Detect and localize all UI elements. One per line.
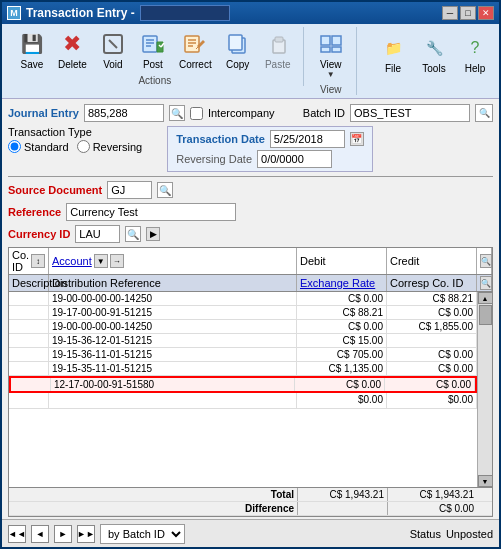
save-button[interactable]: 💾 Save bbox=[13, 27, 51, 73]
source-document-input[interactable] bbox=[107, 181, 152, 199]
ribbon-group-actions: 💾 Save ✖ Delete Void bbox=[7, 27, 304, 86]
save-icon: 💾 bbox=[18, 30, 46, 58]
help-label: Help bbox=[465, 63, 486, 74]
title-input[interactable] bbox=[140, 5, 230, 21]
grid-options-icon[interactable]: 🔍 bbox=[480, 276, 492, 290]
grid-header-row2: Description Distribution Reference Excha… bbox=[9, 275, 492, 292]
close-button[interactable]: ✕ bbox=[478, 6, 494, 20]
coid-header-icons: ↕ bbox=[31, 254, 45, 268]
maximize-button[interactable]: □ bbox=[460, 6, 476, 20]
grid-search-icon[interactable]: 🔍 bbox=[480, 254, 492, 268]
footer-scroll-spacer2 bbox=[477, 502, 492, 515]
scroll-track[interactable] bbox=[478, 304, 493, 475]
scroll-up-button[interactable]: ▲ bbox=[478, 292, 493, 304]
currency-id-input[interactable] bbox=[75, 225, 120, 243]
sort-by-select[interactable]: by Batch ID bbox=[100, 524, 185, 544]
distribution-ref-label: Distribution Reference bbox=[52, 277, 161, 289]
radio-reversing-item: Reversing bbox=[77, 140, 143, 153]
row5-account: 19-15-36-11-01-51215 bbox=[49, 348, 297, 361]
status-section: Status Unposted bbox=[410, 528, 493, 540]
table-row-empty[interactable]: $0.00 $0.00 bbox=[9, 393, 477, 409]
ribbon-action-buttons: 💾 Save ✖ Delete Void bbox=[13, 27, 297, 73]
exchange-rate-label[interactable]: Exchange Rate bbox=[300, 277, 375, 289]
col-scroll-header: 🔍 bbox=[477, 248, 492, 274]
nav-last-button[interactable]: ►► bbox=[77, 525, 95, 543]
row2-debit: C$ 88.21 bbox=[297, 306, 387, 319]
col-header-debit: Debit bbox=[297, 248, 387, 274]
post-icon bbox=[139, 30, 167, 58]
account-header-label[interactable]: Account bbox=[52, 255, 92, 267]
view-arrow-icon: ▼ bbox=[327, 70, 335, 79]
debit-header-label: Debit bbox=[300, 255, 326, 267]
footer-scroll-spacer bbox=[477, 488, 492, 501]
transaction-type-label: Transaction Type bbox=[8, 126, 92, 138]
post-button[interactable]: Post bbox=[134, 27, 172, 73]
row1-credit: C$ 88.21 bbox=[387, 292, 477, 305]
delete-icon: ✖ bbox=[58, 30, 86, 58]
correct-button[interactable]: Correct bbox=[174, 27, 217, 73]
header-scroll-cell: 🔍 bbox=[477, 275, 492, 291]
journal-entry-input[interactable] bbox=[84, 104, 164, 122]
table-row[interactable]: 19-17-00-00-91-51215 C$ 88.21 C$ 0.00 bbox=[9, 306, 477, 320]
table-row[interactable]: 19-15-36-12-01-51215 C$ 15.00 bbox=[9, 334, 477, 348]
row6-credit: C$ 0.00 bbox=[387, 362, 477, 375]
minimize-button[interactable]: ─ bbox=[442, 6, 458, 20]
intercompany-checkbox[interactable] bbox=[190, 107, 203, 120]
nav-next-button[interactable]: ► bbox=[54, 525, 72, 543]
view-group-label: View bbox=[320, 84, 342, 95]
source-document-label: Source Document bbox=[8, 184, 102, 196]
view-button[interactable]: View ▼ bbox=[312, 27, 350, 82]
copy-button[interactable]: Copy bbox=[219, 27, 257, 73]
row1-coid bbox=[9, 292, 49, 305]
table-row-selected[interactable]: 12-17-00-00-91-51580 C$ 0.00 C$ 0.00 bbox=[9, 376, 477, 393]
paste-icon bbox=[264, 30, 292, 58]
table-row[interactable]: 19-00-00-00-00-14250 C$ 0.00 C$ 1,855.00 bbox=[9, 320, 477, 334]
svg-rect-2 bbox=[143, 36, 157, 52]
account-filter-icon[interactable]: ▼ bbox=[94, 254, 108, 268]
source-doc-search-button[interactable]: 🔍 bbox=[157, 182, 173, 198]
nav-first-button[interactable]: ◄◄ bbox=[8, 525, 26, 543]
batch-id-search-button[interactable]: 🔍 bbox=[475, 104, 493, 122]
journal-entry-label: Journal Entry bbox=[8, 107, 79, 119]
radio-standard-label: Standard bbox=[24, 141, 69, 153]
table-row[interactable]: 19-15-36-11-01-51215 C$ 705.00 C$ 0.00 bbox=[9, 348, 477, 362]
table-row[interactable]: 19-15-35-11-01-51215 C$ 1,135.00 C$ 0.00 bbox=[9, 362, 477, 376]
transaction-date-input[interactable] bbox=[270, 130, 345, 148]
svg-rect-18 bbox=[275, 37, 283, 42]
tools-button[interactable]: 🔧 Tools bbox=[415, 31, 453, 77]
reference-input[interactable] bbox=[66, 203, 236, 221]
transaction-type-section: Transaction Type Standard Reversing bbox=[8, 126, 142, 153]
journal-entry-search-button[interactable]: 🔍 bbox=[169, 105, 185, 121]
radio-standard[interactable] bbox=[8, 140, 21, 153]
table-row[interactable]: 19-00-00-00-00-14250 C$ 0.00 C$ 88.21 bbox=[9, 292, 477, 306]
delete-button[interactable]: ✖ Delete bbox=[53, 27, 92, 73]
row5-debit: C$ 705.00 bbox=[297, 348, 387, 361]
app-icon: M bbox=[7, 6, 21, 20]
calendar-button[interactable]: 📅 bbox=[350, 132, 364, 146]
help-icon: ? bbox=[461, 34, 489, 62]
batch-id-input[interactable] bbox=[350, 104, 470, 122]
row4-coid bbox=[9, 334, 49, 347]
paste-button[interactable]: Paste bbox=[259, 27, 297, 73]
file-button[interactable]: 📁 File bbox=[374, 31, 412, 77]
scroll-thumb[interactable] bbox=[479, 305, 492, 325]
reversing-date-input[interactable] bbox=[257, 150, 332, 168]
void-button[interactable]: Void bbox=[94, 27, 132, 73]
file-icon: 📁 bbox=[379, 34, 407, 62]
status-value: Unposted bbox=[446, 528, 493, 540]
row3-account: 19-00-00-00-00-14250 bbox=[49, 320, 297, 333]
account-sort-icon[interactable]: → bbox=[110, 254, 124, 268]
scroll-down-button[interactable]: ▼ bbox=[478, 475, 493, 487]
main-window: M Transaction Entry - ─ □ ✕ 💾 Save ✖ bbox=[0, 0, 501, 549]
radio-reversing[interactable] bbox=[77, 140, 90, 153]
correct-icon bbox=[181, 30, 209, 58]
help-button[interactable]: ? Help bbox=[456, 31, 494, 77]
vertical-scrollbar[interactable]: ▲ ▼ bbox=[477, 292, 492, 487]
source-doc-row: Source Document 🔍 bbox=[2, 179, 499, 201]
currency-id-arrow-button[interactable]: ▶ bbox=[146, 227, 160, 241]
coid-sort-icon[interactable]: ↕ bbox=[31, 254, 45, 268]
nav-prev-button[interactable]: ◄ bbox=[31, 525, 49, 543]
radio-standard-item: Standard bbox=[8, 140, 69, 153]
currency-id-search-button[interactable]: 🔍 bbox=[125, 226, 141, 242]
col-header-credit: Credit bbox=[387, 248, 477, 274]
